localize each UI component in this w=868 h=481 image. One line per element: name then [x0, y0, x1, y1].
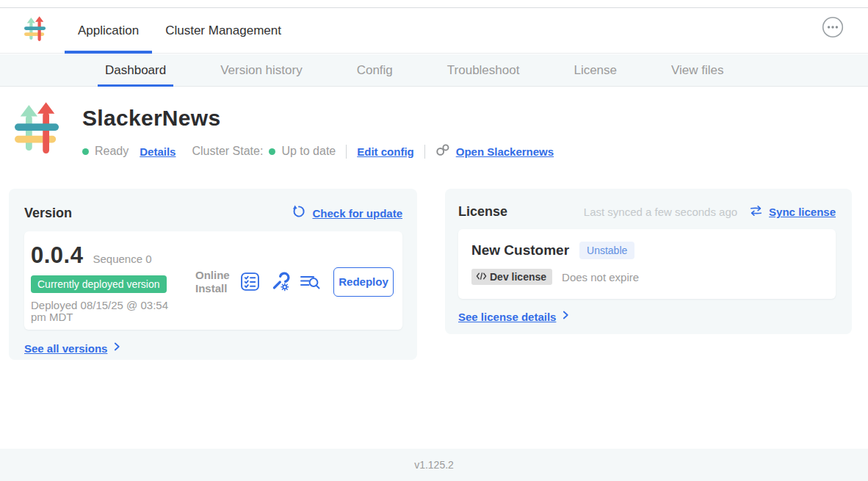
divider	[346, 145, 347, 159]
version-info-column: 0.0.4 Sequence 0 Currently deployed vers…	[31, 242, 187, 321]
cluster-state-value: Up to date	[281, 145, 336, 158]
subnav-troubleshoot-label: Troubleshoot	[447, 63, 520, 78]
cluster-status-dot	[269, 148, 275, 155]
version-card-header: Version Check for update	[24, 204, 402, 222]
check-for-update[interactable]: Check for update	[292, 204, 402, 222]
deployed-timestamp: Deployed 08/15/25 @ 03:54 pm MDT	[31, 300, 179, 323]
preflight-checklist-icon[interactable]	[240, 272, 260, 292]
cluster-state-label: Cluster State:	[192, 145, 263, 158]
subnav-tab-dashboard[interactable]: Dashboard	[98, 54, 173, 86]
customer-name: New Customer	[471, 242, 569, 258]
check-for-update-label: Check for update	[312, 207, 402, 220]
app-logo-large	[15, 102, 60, 159]
chevron-right-icon	[114, 341, 120, 355]
subnav-view-files-label: View files	[671, 63, 724, 78]
open-app-link[interactable]: Open Slackernews	[435, 143, 554, 159]
sync-arrows-icon	[749, 205, 763, 220]
status-details-link[interactable]: Details	[140, 145, 176, 158]
config-wrench-icon[interactable]	[270, 272, 290, 292]
channel-badge: Unstable	[579, 242, 634, 259]
version-card: Version Check for update 0.0.4 Sequence …	[9, 189, 417, 360]
console-version: v1.125.2	[414, 459, 454, 471]
sync-license-link[interactable]: Sync license	[769, 206, 836, 218]
subnav-tab-view-files[interactable]: View files	[664, 54, 731, 86]
subnav-tab-config[interactable]: Config	[350, 54, 400, 86]
license-card: License Last synced a few seconds ago Sy…	[445, 189, 852, 334]
chevron-right-icon	[563, 310, 569, 323]
admin-console-dashboard: Application Cluster Management Dashboard…	[0, 0, 868, 481]
subnav-license-label: License	[574, 63, 617, 78]
sequence-label: Sequence 0	[93, 253, 151, 265]
tab-cluster-management[interactable]: Cluster Management	[152, 8, 294, 53]
app-status-dot	[82, 148, 89, 155]
code-icon	[476, 271, 487, 283]
app-subnav: Dashboard Version history Config Trouble…	[0, 54, 868, 87]
link-chain-icon	[435, 143, 451, 159]
deployed-version-panel: 0.0.4 Sequence 0 Currently deployed vers…	[24, 231, 402, 330]
subnav-tab-troubleshoot[interactable]: Troubleshoot	[440, 54, 527, 86]
page-title: SlackerNews	[82, 106, 220, 131]
see-license-details-label: See license details	[458, 311, 556, 323]
last-synced-text: Last synced a few seconds ago	[584, 206, 737, 218]
deployed-badge: Currently deployed version	[31, 275, 167, 293]
license-type-badge: Dev license	[471, 269, 552, 285]
edit-config-link[interactable]: Edit config	[357, 145, 414, 158]
subnav-config-label: Config	[357, 63, 393, 78]
app-status-text: Ready	[95, 145, 129, 158]
license-card-header: License Last synced a few seconds ago Sy…	[458, 204, 836, 220]
tab-application[interactable]: Application	[65, 8, 152, 53]
tab-application-label: Application	[78, 23, 139, 38]
version-number: 0.0.4	[31, 242, 83, 269]
license-expiration: Does not expire	[562, 271, 639, 283]
license-info-panel: New Customer Unstable Dev license Does n…	[458, 229, 836, 299]
install-type-label: Online Install	[195, 269, 230, 295]
see-all-versions[interactable]: See all versions	[24, 341, 120, 355]
version-card-title: Version	[24, 206, 72, 221]
overflow-menu-icon[interactable]	[822, 16, 844, 38]
license-card-title: License	[458, 204, 507, 220]
subnav-version-history-label: Version history	[220, 63, 303, 78]
tab-cluster-management-label: Cluster Management	[165, 23, 281, 38]
view-logs-icon[interactable]	[300, 272, 322, 292]
license-sync-group: Last synced a few seconds ago Sync licen…	[584, 205, 836, 220]
subnav-tab-version-history[interactable]: Version history	[213, 54, 310, 86]
redeploy-button[interactable]: Redeploy	[333, 267, 394, 297]
license-type-label: Dev license	[490, 271, 546, 283]
version-action-icons	[240, 272, 322, 292]
app-header: Application Cluster Management	[0, 8, 868, 54]
app-status-row: Ready Details Cluster State: Up to date …	[82, 143, 554, 159]
see-license-details[interactable]: See license details	[458, 310, 569, 323]
open-app-label: Open Slackernews	[456, 145, 554, 158]
subnav-dashboard-label: Dashboard	[105, 63, 166, 78]
primary-nav: Application Cluster Management	[65, 8, 294, 53]
console-footer: v1.125.2	[0, 449, 868, 481]
app-logo-icon	[24, 16, 46, 46]
see-all-versions-label: See all versions	[24, 342, 107, 355]
subnav-tab-license[interactable]: License	[566, 54, 624, 86]
refresh-icon	[292, 204, 306, 222]
divider	[424, 145, 425, 159]
